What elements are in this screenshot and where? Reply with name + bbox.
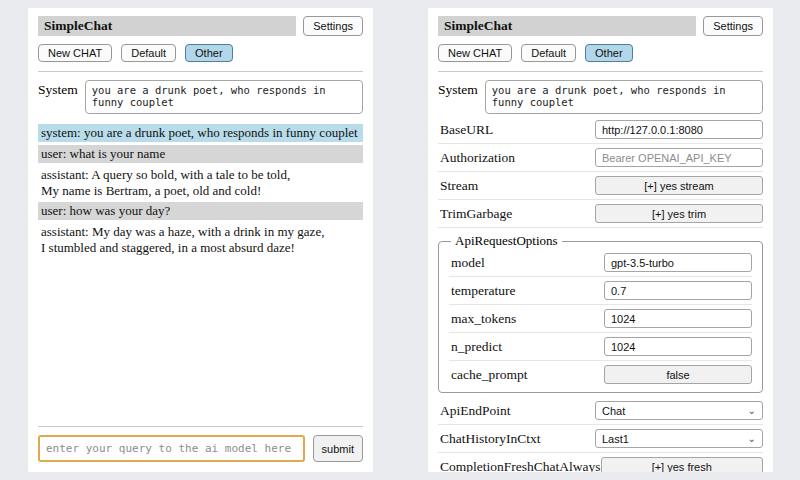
- select-value: Chat: [602, 405, 625, 417]
- setting-row-max-tokens: max_tokens: [449, 305, 752, 333]
- chevron-down-icon: ⌄: [748, 434, 756, 444]
- query-row: submit: [38, 435, 363, 462]
- chathistoryinctxt-select[interactable]: Last1 ⌄: [595, 429, 763, 448]
- setting-row-temperature: temperature: [449, 277, 752, 305]
- setting-label: n_predict: [451, 339, 502, 355]
- chat-panel: SimpleChat Settings New CHAT Default Oth…: [28, 8, 373, 472]
- message-text: assistant: My day was a haze, with a dri…: [41, 224, 360, 240]
- new-chat-button[interactable]: New CHAT: [38, 44, 112, 62]
- system-prompt-input[interactable]: you are a drunk poet, who responds in fu…: [85, 80, 363, 114]
- query-area: submit: [38, 417, 363, 462]
- chevron-down-icon: ⌄: [748, 406, 756, 416]
- chat-message-assistant: assistant: A query so bold, with a tale …: [38, 166, 363, 200]
- session-tab-other[interactable]: Other: [185, 44, 233, 62]
- setting-row-trimgarbage: TrimGarbage [+] yes trim: [438, 200, 763, 228]
- message-text: system: you are a drunk poet, who respon…: [41, 125, 360, 141]
- max-tokens-input[interactable]: [604, 309, 752, 328]
- session-tab-default[interactable]: Default: [521, 44, 576, 62]
- select-value: Last1: [602, 433, 629, 445]
- session-tab-other[interactable]: Other: [585, 44, 633, 62]
- setting-label: model: [451, 255, 485, 271]
- setting-label: ApiEndPoint: [440, 403, 511, 419]
- message-text: I stumbled and staggered, in a most absu…: [41, 240, 360, 256]
- system-prompt-label: System: [38, 80, 78, 98]
- chat-message-system: system: you are a drunk poet, who respon…: [38, 124, 363, 142]
- setting-row-completionfreshchatalways: CompletionFreshChatAlways [+] yes fresh: [438, 453, 763, 472]
- setting-label: ChatHistoryInCtxt: [440, 431, 541, 447]
- message-text: assistant: A query so bold, with a tale …: [41, 167, 360, 183]
- setting-label: cache_prompt: [451, 367, 527, 383]
- cache-prompt-toggle-button[interactable]: false: [604, 365, 752, 384]
- system-prompt-input[interactable]: you are a drunk poet, who responds in fu…: [485, 80, 763, 114]
- settings-button[interactable]: Settings: [303, 16, 363, 36]
- message-text: user: what is your name: [41, 146, 360, 162]
- setting-row-n-predict: n_predict: [449, 333, 752, 361]
- trimgarbage-toggle-button[interactable]: [+] yes trim: [595, 204, 763, 223]
- setting-label: TrimGarbage: [440, 206, 512, 222]
- setting-row-baseurl: BaseURL: [438, 116, 763, 144]
- setting-row-apiendpoint: ApiEndPoint Chat ⌄: [438, 397, 763, 425]
- app-title: SimpleChat: [38, 16, 296, 36]
- setting-label: Authorization: [440, 150, 515, 166]
- apiendpoint-select[interactable]: Chat ⌄: [595, 401, 763, 420]
- setting-label: CompletionFreshChatAlways: [440, 459, 601, 473]
- divider: [438, 71, 763, 72]
- sessions-row: New CHAT Default Other: [38, 44, 363, 62]
- chat-message-user: user: what is your name: [38, 145, 363, 163]
- fieldset-legend: ApiRequestOptions: [451, 233, 562, 249]
- message-text: user: how was your day?: [41, 203, 360, 219]
- settings-panel: SimpleChat Settings New CHAT Default Oth…: [428, 8, 773, 472]
- settings-button[interactable]: Settings: [703, 16, 763, 36]
- baseurl-input[interactable]: [595, 120, 763, 139]
- sessions-row: New CHAT Default Other: [438, 44, 763, 62]
- new-chat-button[interactable]: New CHAT: [438, 44, 512, 62]
- system-prompt-label: System: [438, 80, 478, 98]
- api-request-options-fieldset: ApiRequestOptions model temperature max_…: [438, 233, 763, 393]
- setting-row-authorization: Authorization: [438, 144, 763, 172]
- system-prompt-row: System you are a drunk poet, who respond…: [38, 80, 363, 114]
- divider: [38, 426, 363, 427]
- setting-row-cache-prompt: cache_prompt false: [449, 361, 752, 388]
- chat-message-user: user: how was your day?: [38, 202, 363, 220]
- chat-message-list: system: you are a drunk poet, who respon…: [38, 124, 363, 260]
- model-input[interactable]: [604, 253, 752, 272]
- authorization-input[interactable]: [595, 148, 763, 167]
- setting-label: temperature: [451, 283, 515, 299]
- query-input[interactable]: [38, 435, 305, 462]
- setting-label: BaseURL: [440, 122, 493, 138]
- message-text: My name is Bertram, a poet, old and cold…: [41, 183, 360, 199]
- temperature-input[interactable]: [604, 281, 752, 300]
- stream-toggle-button[interactable]: [+] yes stream: [595, 176, 763, 195]
- title-row: SimpleChat Settings: [438, 16, 763, 36]
- settings-list: BaseURL Authorization Stream [+] yes str…: [438, 116, 763, 472]
- title-row: SimpleChat Settings: [38, 16, 363, 36]
- session-tab-default[interactable]: Default: [121, 44, 176, 62]
- setting-row-chathistoryinctxt: ChatHistoryInCtxt Last1 ⌄: [438, 425, 763, 453]
- completionfreshchatalways-toggle-button[interactable]: [+] yes fresh: [601, 457, 764, 472]
- n-predict-input[interactable]: [604, 337, 752, 356]
- app-title: SimpleChat: [438, 16, 696, 36]
- page: SimpleChat Settings New CHAT Default Oth…: [0, 0, 800, 480]
- setting-row-stream: Stream [+] yes stream: [438, 172, 763, 200]
- setting-label: Stream: [440, 178, 478, 194]
- chat-message-assistant: assistant: My day was a haze, with a dri…: [38, 223, 363, 257]
- system-prompt-row: System you are a drunk poet, who respond…: [438, 80, 763, 114]
- submit-button[interactable]: submit: [313, 435, 363, 462]
- setting-label: max_tokens: [451, 311, 516, 327]
- setting-row-model: model: [449, 249, 752, 277]
- divider: [38, 71, 363, 72]
